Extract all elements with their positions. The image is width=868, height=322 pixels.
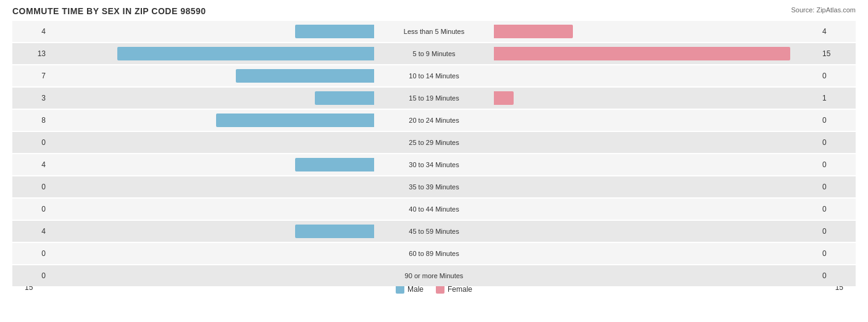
female-bar-container xyxy=(493,247,819,260)
male-bar-container xyxy=(49,158,375,171)
chart-row: 4 45 to 59 Minutes 0 xyxy=(12,221,856,242)
male-bar-container xyxy=(49,202,375,216)
row-label: 10 to 14 Minutes xyxy=(375,72,493,80)
male-bar-container xyxy=(49,69,375,83)
row-label: 35 to 39 Minutes xyxy=(375,183,493,191)
row-label: 5 to 9 Minutes xyxy=(375,50,493,57)
male-value: 7 xyxy=(12,72,49,80)
male-value: 4 xyxy=(12,27,49,36)
legend: Male Female xyxy=(396,285,472,294)
male-value: 0 xyxy=(12,205,49,213)
legend-female-label: Female xyxy=(448,285,472,294)
bars-wrapper: 15 to 19 Minutes xyxy=(49,88,819,109)
male-value: 8 xyxy=(12,116,49,125)
row-label: 30 to 34 Minutes xyxy=(375,161,493,168)
male-bar-container xyxy=(49,180,375,194)
male-bar-container xyxy=(49,247,375,260)
male-value: 4 xyxy=(12,160,49,169)
source-text: Source: ZipAtlas.com xyxy=(791,6,856,14)
bars-wrapper: 60 to 89 Minutes xyxy=(49,243,819,264)
row-label: 25 to 29 Minutes xyxy=(375,139,493,146)
female-bar-container xyxy=(493,158,819,171)
bars-wrapper: 90 or more Minutes xyxy=(49,265,819,286)
female-bar-container xyxy=(493,47,819,60)
chart-title: COMMUTE TIME BY SEX IN ZIP CODE 98590 xyxy=(12,6,856,16)
female-bar-container xyxy=(493,25,819,38)
chart-row: 3 15 to 19 Minutes 1 xyxy=(12,88,856,109)
female-value: 0 xyxy=(819,183,856,191)
female-bar-container xyxy=(493,225,819,238)
bars-wrapper: Less than 5 Minutes xyxy=(49,21,819,42)
bars-wrapper: 20 to 24 Minutes xyxy=(49,110,819,131)
female-bar-container xyxy=(493,269,819,283)
bars-wrapper: 40 to 44 Minutes xyxy=(49,199,819,220)
legend-male: Male xyxy=(396,285,424,294)
chart-row: 7 10 to 14 Minutes 0 xyxy=(12,65,856,86)
male-value: 13 xyxy=(12,49,49,58)
female-value: 15 xyxy=(819,49,856,58)
male-bar-container xyxy=(49,269,375,283)
male-bar-container xyxy=(49,47,375,60)
female-value: 0 xyxy=(819,72,856,80)
female-swatch xyxy=(436,285,444,294)
chart-row: 8 20 to 24 Minutes 0 xyxy=(12,110,856,131)
chart-area: 4 Less than 5 Minutes 4 13 5 to 9 Minute… xyxy=(12,21,856,280)
male-bar-container xyxy=(49,91,375,105)
female-value: 0 xyxy=(819,205,856,213)
female-bar xyxy=(494,91,514,105)
chart-row: 4 Less than 5 Minutes 4 xyxy=(12,21,856,42)
male-bar xyxy=(236,69,374,83)
bars-wrapper: 35 to 39 Minutes xyxy=(49,176,819,197)
male-bar xyxy=(315,91,374,105)
chart-container: COMMUTE TIME BY SEX IN ZIP CODE 98590 So… xyxy=(0,0,868,322)
chart-row: 0 90 or more Minutes 0 xyxy=(12,265,856,286)
female-bar-container xyxy=(493,69,819,83)
female-value: 1 xyxy=(819,94,856,102)
female-bar-container xyxy=(493,136,819,149)
male-bar xyxy=(295,25,374,38)
female-value: 0 xyxy=(819,116,856,125)
male-bar xyxy=(216,114,374,127)
chart-row: 0 40 to 44 Minutes 0 xyxy=(12,199,856,220)
bars-wrapper: 25 to 29 Minutes xyxy=(49,132,819,153)
male-value: 0 xyxy=(12,138,49,147)
row-label: 40 to 44 Minutes xyxy=(375,205,493,213)
row-label: 45 to 59 Minutes xyxy=(375,228,493,235)
male-value: 3 xyxy=(12,94,49,102)
female-bar xyxy=(494,25,573,38)
male-bar-container xyxy=(49,225,375,238)
legend-female: Female xyxy=(436,285,472,294)
male-value: 4 xyxy=(12,227,49,236)
male-bar xyxy=(295,225,374,238)
female-value: 0 xyxy=(819,227,856,236)
chart-row: 0 35 to 39 Minutes 0 xyxy=(12,176,856,197)
legend-male-label: Male xyxy=(407,285,424,294)
row-label: 60 to 89 Minutes xyxy=(375,250,493,257)
row-label: Less than 5 Minutes xyxy=(375,28,493,35)
bars-wrapper: 45 to 59 Minutes xyxy=(49,221,819,242)
female-bar-container xyxy=(493,180,819,194)
bars-wrapper: 30 to 34 Minutes xyxy=(49,154,819,175)
male-swatch xyxy=(396,285,404,294)
bars-wrapper: 10 to 14 Minutes xyxy=(49,65,819,86)
male-bar xyxy=(117,47,374,60)
chart-row: 4 30 to 34 Minutes 0 xyxy=(12,154,856,175)
chart-row: 13 5 to 9 Minutes 15 xyxy=(12,43,856,64)
bars-wrapper: 5 to 9 Minutes xyxy=(49,43,819,64)
row-label: 15 to 19 Minutes xyxy=(375,94,493,102)
male-value: 0 xyxy=(12,183,49,191)
female-value: 0 xyxy=(819,138,856,147)
row-label: 90 or more Minutes xyxy=(375,272,493,279)
chart-row: 0 25 to 29 Minutes 0 xyxy=(12,132,856,153)
row-label: 20 to 24 Minutes xyxy=(375,117,493,124)
chart-row: 0 60 to 89 Minutes 0 xyxy=(12,243,856,264)
male-value: 0 xyxy=(12,271,49,280)
female-value: 0 xyxy=(819,271,856,280)
male-bar-container xyxy=(49,114,375,127)
female-bar-container xyxy=(493,114,819,127)
female-bar-container xyxy=(493,202,819,216)
female-value: 4 xyxy=(819,27,856,36)
female-bar xyxy=(494,47,790,60)
male-value: 0 xyxy=(12,249,49,258)
female-value: 0 xyxy=(819,160,856,169)
